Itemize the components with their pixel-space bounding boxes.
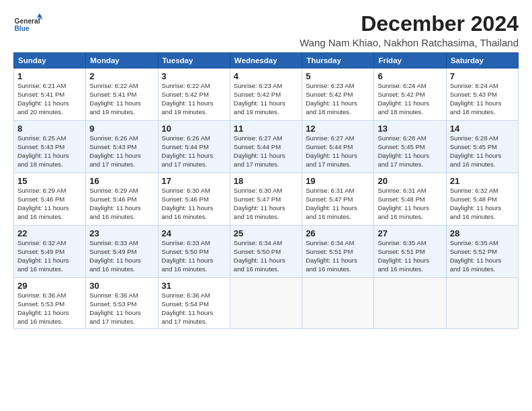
logo: General Blue (13, 12, 43, 36)
day-number: 29 (17, 281, 82, 291)
table-row: 31Sunrise: 6:36 AM Sunset: 5:54 PM Dayli… (158, 278, 230, 329)
col-tuesday: Tuesday (158, 53, 230, 68)
day-number: 1 (17, 71, 82, 81)
day-detail: Sunrise: 6:34 AM Sunset: 5:50 PM Dayligh… (234, 239, 298, 273)
table-row: 25Sunrise: 6:34 AM Sunset: 5:50 PM Dayli… (230, 226, 302, 278)
table-row: 26Sunrise: 6:34 AM Sunset: 5:51 PM Dayli… (302, 226, 374, 278)
day-number: 27 (378, 228, 442, 238)
logo-icon: General Blue (13, 12, 43, 36)
day-detail: Sunrise: 6:32 AM Sunset: 5:49 PM Dayligh… (17, 239, 82, 273)
day-number: 12 (306, 124, 370, 134)
table-row: 19Sunrise: 6:31 AM Sunset: 5:47 PM Dayli… (302, 173, 374, 226)
day-number: 16 (89, 176, 154, 186)
table-row: 4Sunrise: 6:23 AM Sunset: 5:42 PM Daylig… (230, 68, 302, 121)
day-detail: Sunrise: 6:25 AM Sunset: 5:43 PM Dayligh… (17, 134, 82, 169)
table-row: 6Sunrise: 6:24 AM Sunset: 5:42 PM Daylig… (374, 68, 446, 121)
col-thursday: Thursday (302, 53, 374, 68)
day-detail: Sunrise: 6:36 AM Sunset: 5:53 PM Dayligh… (17, 291, 82, 326)
table-row: 23Sunrise: 6:33 AM Sunset: 5:49 PM Dayli… (86, 226, 158, 278)
svg-text:General: General (14, 17, 40, 25)
table-row: 29Sunrise: 6:36 AM Sunset: 5:53 PM Dayli… (14, 278, 86, 329)
day-number: 23 (89, 228, 154, 238)
table-row: 24Sunrise: 6:33 AM Sunset: 5:50 PM Dayli… (158, 226, 230, 278)
table-row: 1Sunrise: 6:21 AM Sunset: 5:41 PM Daylig… (14, 68, 86, 121)
day-detail: Sunrise: 6:30 AM Sunset: 5:46 PM Dayligh… (162, 187, 226, 221)
day-number: 11 (234, 124, 298, 134)
table-row: 21Sunrise: 6:32 AM Sunset: 5:48 PM Dayli… (446, 173, 518, 226)
table-row: 12Sunrise: 6:27 AM Sunset: 5:44 PM Dayli… (302, 121, 374, 173)
day-number: 7 (450, 71, 515, 81)
calendar-table: Sunday Monday Tuesday Wednesday Thursday… (13, 52, 519, 329)
day-detail: Sunrise: 6:27 AM Sunset: 5:44 PM Dayligh… (306, 134, 370, 169)
table-row: 13Sunrise: 6:28 AM Sunset: 5:45 PM Dayli… (374, 121, 446, 173)
table-row (374, 278, 446, 329)
col-wednesday: Wednesday (230, 53, 302, 68)
table-row: 22Sunrise: 6:32 AM Sunset: 5:49 PM Dayli… (14, 226, 86, 278)
day-number: 10 (162, 124, 226, 134)
day-number: 26 (306, 228, 370, 238)
day-detail: Sunrise: 6:36 AM Sunset: 5:53 PM Dayligh… (89, 291, 154, 326)
location: Wang Nam Khiao, Nakhon Ratchasima, Thail… (300, 37, 519, 48)
day-detail: Sunrise: 6:22 AM Sunset: 5:41 PM Dayligh… (89, 82, 154, 116)
day-number: 20 (378, 176, 442, 186)
day-number: 22 (17, 228, 82, 238)
table-row (446, 278, 518, 329)
day-detail: Sunrise: 6:33 AM Sunset: 5:49 PM Dayligh… (89, 239, 154, 273)
table-row: 17Sunrise: 6:30 AM Sunset: 5:46 PM Dayli… (158, 173, 230, 226)
day-detail: Sunrise: 6:31 AM Sunset: 5:47 PM Dayligh… (306, 187, 370, 221)
table-row: 28Sunrise: 6:35 AM Sunset: 5:52 PM Dayli… (446, 226, 518, 278)
day-detail: Sunrise: 6:23 AM Sunset: 5:42 PM Dayligh… (234, 82, 298, 116)
day-detail: Sunrise: 6:33 AM Sunset: 5:50 PM Dayligh… (162, 239, 226, 273)
day-number: 5 (306, 71, 370, 81)
day-number: 13 (378, 124, 442, 134)
day-detail: Sunrise: 6:22 AM Sunset: 5:42 PM Dayligh… (162, 82, 226, 116)
day-number: 6 (378, 71, 442, 81)
day-number: 14 (450, 124, 515, 134)
table-row: 3Sunrise: 6:22 AM Sunset: 5:42 PM Daylig… (158, 68, 230, 121)
day-detail: Sunrise: 6:28 AM Sunset: 5:45 PM Dayligh… (378, 134, 442, 169)
calendar-header-row: Sunday Monday Tuesday Wednesday Thursday… (14, 53, 519, 68)
page: General Blue December 2024 Wang Nam Khia… (0, 0, 532, 411)
month-title: December 2024 (300, 12, 519, 36)
day-detail: Sunrise: 6:27 AM Sunset: 5:44 PM Dayligh… (234, 134, 298, 169)
day-number: 15 (17, 176, 82, 186)
day-detail: Sunrise: 6:26 AM Sunset: 5:43 PM Dayligh… (89, 134, 154, 169)
day-detail: Sunrise: 6:29 AM Sunset: 5:46 PM Dayligh… (17, 187, 82, 221)
day-number: 3 (162, 71, 226, 81)
table-row: 9Sunrise: 6:26 AM Sunset: 5:43 PM Daylig… (86, 121, 158, 173)
day-detail: Sunrise: 6:21 AM Sunset: 5:41 PM Dayligh… (17, 82, 82, 116)
day-number: 2 (89, 71, 154, 81)
day-number: 17 (162, 176, 226, 186)
day-detail: Sunrise: 6:30 AM Sunset: 5:47 PM Dayligh… (234, 187, 298, 221)
table-row: 20Sunrise: 6:31 AM Sunset: 5:48 PM Dayli… (374, 173, 446, 226)
col-saturday: Saturday (446, 53, 518, 68)
day-number: 28 (450, 228, 515, 238)
table-row: 11Sunrise: 6:27 AM Sunset: 5:44 PM Dayli… (230, 121, 302, 173)
day-detail: Sunrise: 6:29 AM Sunset: 5:46 PM Dayligh… (89, 187, 154, 221)
table-row: 16Sunrise: 6:29 AM Sunset: 5:46 PM Dayli… (86, 173, 158, 226)
day-detail: Sunrise: 6:24 AM Sunset: 5:43 PM Dayligh… (450, 82, 515, 116)
day-number: 25 (234, 228, 298, 238)
day-number: 4 (234, 71, 298, 81)
day-detail: Sunrise: 6:32 AM Sunset: 5:48 PM Dayligh… (450, 187, 515, 221)
svg-text:Blue: Blue (14, 25, 30, 32)
table-row: 30Sunrise: 6:36 AM Sunset: 5:53 PM Dayli… (86, 278, 158, 329)
day-number: 24 (162, 228, 226, 238)
day-detail: Sunrise: 6:26 AM Sunset: 5:44 PM Dayligh… (162, 134, 226, 169)
title-block: December 2024 Wang Nam Khiao, Nakhon Rat… (300, 12, 519, 48)
day-detail: Sunrise: 6:34 AM Sunset: 5:51 PM Dayligh… (306, 239, 370, 273)
table-row: 27Sunrise: 6:35 AM Sunset: 5:51 PM Dayli… (374, 226, 446, 278)
col-sunday: Sunday (14, 53, 86, 68)
table-row (302, 278, 374, 329)
table-row: 5Sunrise: 6:23 AM Sunset: 5:42 PM Daylig… (302, 68, 374, 121)
day-number: 8 (17, 124, 82, 134)
table-row: 18Sunrise: 6:30 AM Sunset: 5:47 PM Dayli… (230, 173, 302, 226)
day-number: 19 (306, 176, 370, 186)
day-detail: Sunrise: 6:23 AM Sunset: 5:42 PM Dayligh… (306, 82, 370, 116)
day-detail: Sunrise: 6:28 AM Sunset: 5:45 PM Dayligh… (450, 134, 515, 169)
day-number: 30 (89, 281, 154, 291)
table-row: 10Sunrise: 6:26 AM Sunset: 5:44 PM Dayli… (158, 121, 230, 173)
day-detail: Sunrise: 6:35 AM Sunset: 5:52 PM Dayligh… (450, 239, 515, 273)
table-row: 8Sunrise: 6:25 AM Sunset: 5:43 PM Daylig… (14, 121, 86, 173)
table-row (230, 278, 302, 329)
